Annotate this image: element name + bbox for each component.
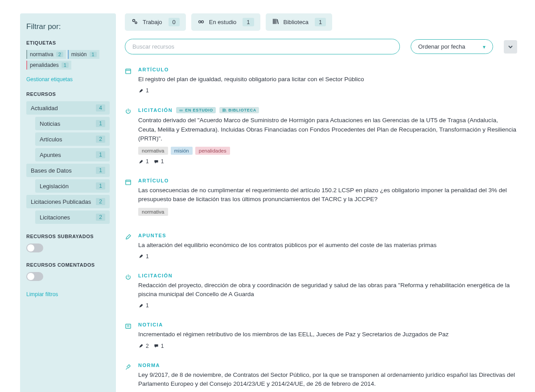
resource-count: 1 — [96, 182, 105, 190]
badge-label: BIBLIOTECA — [228, 108, 256, 112]
resource-count: 1 — [96, 120, 105, 127]
card-body: NOTICIAIncrementado el régimen retributi… — [138, 322, 517, 349]
card-meta: 1 — [138, 253, 517, 260]
result-card[interactable]: NOTICIAIncrementado el régimen retributi… — [125, 322, 517, 349]
tab-label: Trabajo — [143, 19, 162, 25]
tag-label: penalidades — [30, 62, 59, 68]
calendar-icon — [125, 178, 132, 219]
tab-count: 1 — [315, 18, 326, 26]
result-card[interactable]: NORMALey 9/2017, de 8 de noviembre, de C… — [125, 363, 517, 392]
sort-select[interactable]: Ordenar por fecha ▼ — [411, 39, 493, 54]
results-list: ARTÍCULOEl registro del plan de igualdad… — [125, 67, 517, 392]
tab-count: 0 — [169, 18, 180, 26]
resource-label: Artículos — [40, 136, 62, 143]
resource-label: Licitaciones Publicadas — [31, 198, 91, 205]
resource-filter-item[interactable]: Bases de Datos1 — [26, 164, 110, 177]
resource-filter-item[interactable]: Apuntes1 — [35, 148, 110, 161]
comments-count: 1 — [153, 158, 164, 165]
card-title: Las consecuencias de no cumplimentar el … — [138, 186, 517, 204]
expand-button[interactable] — [504, 40, 517, 54]
result-card[interactable]: ARTÍCULOEl registro del plan de igualdad… — [125, 67, 517, 94]
resource-count: 2 — [96, 214, 105, 221]
search-input[interactable] — [125, 39, 400, 54]
resource-filter-item[interactable]: Legislación1 — [35, 179, 110, 193]
card-title: Contrato derivado del "Acuerdo Marco de … — [138, 116, 517, 143]
card-type: ARTÍCULO — [138, 178, 169, 183]
highlighted-toggle[interactable] — [26, 243, 43, 252]
sidebar-title: Filtrar por: — [26, 22, 110, 31]
highlights-count: 1 — [138, 87, 149, 94]
highlights-count: 2 — [138, 343, 149, 349]
news-icon — [125, 322, 132, 349]
section-subrayados: RECURSOS SUBRAYADOS — [26, 234, 110, 239]
books-icon — [272, 18, 279, 26]
tab-en-estudio[interactable]: En estudio1 — [191, 13, 260, 31]
sort-label: Ordenar por fecha — [418, 43, 465, 50]
tab-label: Biblioteca — [284, 19, 309, 25]
result-card[interactable]: LICITACIÓNEN ESTUDIOBIBLIOTECAContrato d… — [125, 107, 517, 165]
edit-icon — [125, 233, 132, 260]
card-tag-mision[interactable]: misión — [171, 147, 193, 155]
card-type: NOTICIA — [138, 322, 163, 327]
badge-estudio: EN ESTUDIO — [176, 107, 216, 113]
filter-tag-normativa[interactable]: normativa2 — [26, 50, 66, 59]
commented-toggle[interactable] — [26, 272, 43, 281]
tag-label: misión — [71, 51, 87, 58]
tag-list: normativa2misión1penalidades1 — [26, 50, 110, 71]
tag-label: normativa — [30, 51, 54, 58]
resource-label: Noticias — [40, 120, 60, 127]
card-type: NORMA — [138, 363, 160, 368]
card-tags: normativa — [138, 208, 517, 216]
card-type-row: ARTÍCULO — [138, 178, 517, 183]
gavel-icon — [125, 363, 132, 392]
card-body: ARTÍCULOEl registro del plan de igualdad… — [138, 67, 517, 94]
badge-biblio: BIBLIOTECA — [219, 107, 259, 113]
highlight-icon — [138, 253, 144, 259]
comments-count: 1 — [153, 343, 164, 349]
resource-filter-item[interactable]: Licitaciones Publicadas2 — [26, 195, 110, 208]
resource-filter-list: Actualidad4Noticias1Artículos2Apuntes1Ba… — [26, 101, 110, 224]
highlight-icon — [138, 343, 144, 349]
card-tag-normativa[interactable]: normativa — [138, 147, 168, 155]
card-type-row: LICITACIÓN — [138, 273, 517, 278]
filter-tag-penalidades[interactable]: penalidades1 — [26, 61, 71, 70]
manage-tags-link[interactable]: Gestionar etiquetas — [26, 76, 73, 83]
main-content: Trabajo0En estudio1Biblioteca1 Ordenar p… — [125, 13, 522, 392]
resource-count: 1 — [96, 151, 105, 158]
section-recursos: RECURSOS — [26, 91, 110, 97]
card-meta: 1 1 — [138, 158, 517, 165]
tab-trabajo[interactable]: Trabajo0 — [125, 13, 186, 31]
card-title: Incrementado el régimen retributivo de l… — [138, 330, 517, 339]
books-icon — [222, 108, 226, 112]
resource-label: Licitaciones — [40, 214, 70, 221]
resource-filter-item[interactable]: Noticias1 — [35, 117, 110, 130]
tag-count: 1 — [90, 52, 97, 57]
power-icon — [125, 107, 132, 165]
section-etiquetas: ETIQUETAS — [26, 40, 110, 45]
glasses-icon — [198, 18, 205, 26]
card-tags: normativamisiónpenalidades — [138, 147, 517, 155]
card-body: ARTÍCULOLas consecuencias de no cumplime… — [138, 178, 517, 219]
card-type: LICITACIÓN — [138, 107, 173, 113]
highlight-icon — [138, 159, 144, 165]
card-tag-normativa[interactable]: normativa — [138, 208, 168, 216]
card-title: El registro del plan de igualdad, requis… — [138, 75, 517, 84]
resource-filter-item[interactable]: Artículos2 — [35, 132, 110, 146]
clear-filters-link[interactable]: Limpiar filtros — [26, 291, 58, 297]
result-card[interactable]: LICITACIÓNRedacción del proyecto, direcc… — [125, 273, 517, 309]
card-meta: 1 — [138, 87, 517, 94]
card-tag-penalidades[interactable]: penalidades — [195, 147, 230, 155]
resource-filter-item[interactable]: Actualidad4 — [26, 101, 110, 115]
resource-filter-item[interactable]: Licitaciones2 — [35, 210, 110, 224]
badge-label: EN ESTUDIO — [185, 108, 213, 112]
result-card[interactable]: APUNTESLa alteración del equilibrio econ… — [125, 233, 517, 260]
card-type-row: ARTÍCULO — [138, 67, 517, 72]
filter-tag-mision[interactable]: misión1 — [68, 50, 99, 59]
card-type-row: NOTICIA — [138, 322, 517, 327]
card-type-row: APUNTES — [138, 233, 517, 238]
calendar-icon — [125, 67, 132, 94]
resource-label: Apuntes — [40, 152, 61, 158]
result-card[interactable]: ARTÍCULOLas consecuencias de no cumplime… — [125, 178, 517, 219]
highlights-count: 1 — [138, 302, 149, 309]
tab-biblioteca[interactable]: Biblioteca1 — [266, 13, 333, 31]
